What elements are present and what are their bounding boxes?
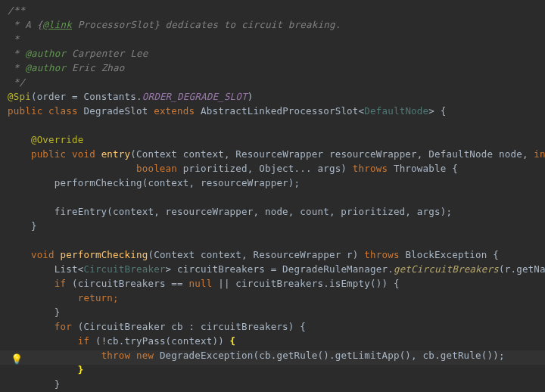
- code-line[interactable]: public class DegradeSlot extends Abstrac…: [8, 104, 545, 118]
- constant-ref: ORDER_DEGRADE_SLOT: [142, 91, 248, 102]
- code-line[interactable]: fireEntry(context, resourceWrapper, node…: [8, 204, 545, 219]
- code-line[interactable]: void performChecking(Context context, Re…: [8, 247, 545, 262]
- code-line[interactable]: public void entry(Context context, Resou…: [8, 147, 545, 161]
- javadoc-start: /**: [8, 5, 25, 16]
- code-line[interactable]: performChecking(context, resourceWrapper…: [8, 176, 545, 190]
- annotation: @Spi: [8, 91, 31, 102]
- code-line[interactable]: * @author Eric Zhao: [8, 61, 545, 75]
- code-line[interactable]: * @author Carpenter Lee: [8, 46, 545, 61]
- code-line[interactable]: boolean prioritized, Object... args) thr…: [8, 161, 545, 176]
- code-line[interactable]: for (CircuitBreaker cb : circuitBreakers…: [8, 319, 545, 334]
- code-line[interactable]: @Override: [8, 132, 545, 147]
- override-annotation: @Override: [31, 134, 84, 145]
- code-line[interactable]: return;: [8, 291, 545, 305]
- code-line[interactable]: */: [8, 75, 545, 89]
- code-line[interactable]: List<CircuitBreaker> circuitBreakers = D…: [8, 262, 545, 276]
- javadoc-end: */: [8, 76, 25, 88]
- code-line[interactable]: if (circuitBreakers == null || circuitBr…: [8, 276, 545, 291]
- code-line[interactable]: }: [8, 377, 545, 391]
- code-line[interactable]: }: [8, 305, 545, 319]
- code-line[interactable]: }: [8, 219, 545, 233]
- static-method-call: getCircuitBreakers: [394, 263, 499, 275]
- code-line[interactable]: * A {@link ProcessorSlot} dedicates to c…: [8, 17, 545, 32]
- code-line[interactable]: if (!cb.tryPass(context)) {: [8, 334, 545, 348]
- matched-brace: }: [78, 364, 84, 375]
- matched-brace: {: [230, 335, 236, 347]
- code-line[interactable]: throw new DegradeException(cb.getRule().…: [8, 348, 545, 362]
- code-line[interactable]: [8, 233, 545, 247]
- method-name: performChecking: [61, 249, 148, 260]
- method-name: entry: [101, 148, 131, 160]
- javadoc-author-tag: @author: [25, 62, 66, 73]
- code-line[interactable]: [8, 190, 545, 204]
- code-line[interactable]: *: [8, 32, 545, 46]
- code-line[interactable]: @Spi(order = Constants.ORDER_DEGRADE_SLO…: [8, 89, 545, 104]
- code-editor[interactable]: /** * A {@link ProcessorSlot} dedicates …: [8, 3, 545, 391]
- javadoc-link-tag: @link: [42, 19, 72, 30]
- javadoc-author-tag: @author: [25, 48, 66, 59]
- intention-bulb-icon[interactable]: 💡: [11, 352, 23, 366]
- code-line[interactable]: }: [8, 362, 545, 377]
- code-line[interactable]: [8, 118, 545, 132]
- class-name: DegradeSlot: [83, 105, 154, 117]
- code-line[interactable]: /**: [8, 3, 545, 17]
